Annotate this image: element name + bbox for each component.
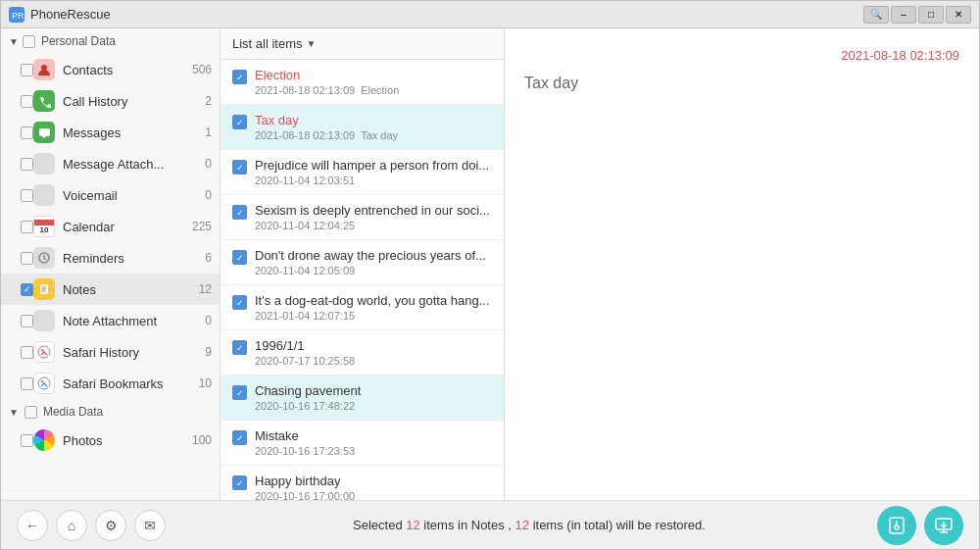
notes-label: Notes [63,282,195,297]
contacts-count: 506 [192,63,212,76]
app-title: PhoneRescue [30,7,863,22]
note-item-6[interactable]: It's a dog-eat-dog world, you gotta hang… [220,285,504,330]
note-9-title: Mistake [255,428,492,443]
status-prefix: Selected [353,518,406,532]
minimize-btn[interactable]: – [891,6,916,24]
back-button[interactable]: ← [17,510,48,541]
messages-icon [33,122,55,143]
note-6-checkbox[interactable] [232,295,247,310]
title-bar: PR PhoneRescue 🔍 – □ ✕ [1,1,979,28]
calendar-icon: 10 [33,216,55,237]
maximize-btn[interactable]: □ [918,6,944,24]
messages-checkbox[interactable] [21,126,33,139]
media-data-section[interactable]: ▼ Media Data [1,399,220,425]
settings-button[interactable]: ⚙ [95,510,126,541]
list-panel-header[interactable]: List all items ▼ [220,28,504,60]
calendar-count: 225 [192,220,212,233]
note-item-7[interactable]: 1996/1/1 2020-07-17 10:25:58 [220,330,504,375]
section-arrow: ▼ [9,36,19,47]
list-panel: List all items ▼ Election 2021-08-18 02:… [220,28,505,500]
sidebar-item-messageattach[interactable]: Message Attach... 0 [1,148,220,179]
sidebar-item-messages[interactable]: Messages 1 [1,117,220,148]
note-4-content: Sexism is deeply entrenched in our soci.… [255,203,492,231]
note-3-checkbox[interactable] [232,160,247,175]
bottom-bar: ← ⌂ ⚙ ✉ Selected 12 items in Notes , 12 … [1,500,979,549]
restore-to-computer-button[interactable] [924,506,963,545]
reminders-count: 6 [205,251,212,265]
sidebar-item-photos[interactable]: Photos 100 [1,425,220,456]
note-7-meta: 2020-07-17 10:25:58 [255,355,492,367]
photos-label: Photos [63,433,188,448]
note-5-checkbox[interactable] [232,250,247,265]
note-item-4[interactable]: Sexism is deeply entrenched in our soci.… [220,195,504,240]
sidebar-item-safarihistory[interactable]: Safari History 9 [1,336,220,368]
note-item-3[interactable]: Prejudice will hamper a person from doi.… [220,150,504,195]
safarihistory-checkbox[interactable] [21,346,33,359]
sidebar-item-safaribookmarks[interactable]: Safari Bookmarks 10 [1,368,220,399]
note-item-2[interactable]: Tax day 2021-08-18 02:13:09 Tax day [220,105,504,150]
mail-button[interactable]: ✉ [134,510,166,541]
restore-to-device-button[interactable] [877,506,916,545]
close-btn[interactable]: ✕ [946,6,971,24]
media-section-checkbox[interactable] [24,406,37,419]
calendar-checkbox[interactable] [21,221,33,233]
safaribookmarks-checkbox[interactable] [21,377,33,390]
photos-checkbox[interactable] [21,434,33,447]
status-count2: 12 [515,518,529,532]
note-4-title: Sexism is deeply entrenched in our soci.… [255,203,492,218]
window-controls: 🔍 – □ ✕ [863,6,971,24]
note-2-meta: 2021-08-18 02:13:09 Tax day [255,129,492,141]
msgattach-icon [33,153,55,175]
note-item-10[interactable]: Happy birthday 2020-10-16 17:00:00 [220,466,504,500]
note-10-checkbox[interactable] [232,475,247,490]
status-count1: 12 [406,518,419,532]
sidebar-item-callhistory[interactable]: Call History 2 [1,85,220,117]
note-2-title: Tax day [255,113,492,127]
note-6-title: It's a dog-eat-dog world, you gotta hang… [255,293,492,308]
note-9-content: Mistake 2020-10-16 17:23:53 [255,428,492,457]
sidebar-item-noteattach[interactable]: Note Attachment 0 [1,305,220,336]
contacts-label: Contacts [63,63,188,77]
note-7-checkbox[interactable] [232,340,247,355]
voicemail-label: Voicemail [63,188,201,203]
sidebar-item-notes[interactable]: Notes 12 [1,274,220,305]
media-section-label: Media Data [43,405,103,419]
callhistory-checkbox[interactable] [21,95,33,108]
note-item-5[interactable]: Don't drone away the precious years of..… [220,240,504,285]
note-8-checkbox[interactable] [232,385,247,400]
contacts-checkbox[interactable] [21,64,33,76]
sidebar-item-reminders[interactable]: Reminders 6 [1,242,220,274]
status-bar: Selected 12 items in Notes , 12 items (i… [181,518,877,532]
note-1-date: 2021-08-18 02:13:09 [255,84,355,96]
photos-icon [33,429,55,451]
search-btn[interactable]: 🔍 [863,6,889,24]
reminders-icon [33,247,55,269]
safaribookmarks-label: Safari Bookmarks [63,376,195,391]
note-4-checkbox[interactable] [232,205,247,220]
personal-section-checkbox[interactable] [23,35,35,48]
safarihistory-count: 9 [205,345,212,359]
note-1-content: Election 2021-08-18 02:13:09 Election [255,68,492,96]
msgattach-checkbox[interactable] [21,158,33,171]
home-button[interactable]: ⌂ [56,510,87,541]
callhistory-icon [33,90,55,112]
voicemail-checkbox[interactable] [21,189,33,202]
note-9-checkbox[interactable] [232,430,247,445]
status-mid: items in Notes , [420,518,515,532]
personal-data-section[interactable]: ▼ Personal Data [1,28,220,54]
noteattach-icon [33,310,55,331]
note-2-checkbox[interactable] [232,115,247,129]
notes-checkbox[interactable] [21,283,33,296]
noteattach-checkbox[interactable] [21,315,33,327]
note-1-checkbox[interactable] [232,70,247,84]
note-item-9[interactable]: Mistake 2020-10-16 17:23:53 [220,421,504,466]
sidebar-item-voicemail[interactable]: Voicemail 0 [1,179,220,211]
sidebar-item-contacts[interactable]: Contacts 506 [1,54,220,85]
list-dropdown-arrow: ▼ [307,38,317,49]
sidebar-item-calendar[interactable]: 10 Calendar 225 [1,211,220,242]
reminders-checkbox[interactable] [21,252,33,265]
nav-buttons: ← ⌂ ⚙ ✉ [17,510,166,541]
sidebar: ▼ Personal Data Contacts 506 Call Histo [1,28,220,500]
note-item-8[interactable]: Chasing pavement 2020-10-16 17:48:22 [220,375,504,421]
note-item-1[interactable]: Election 2021-08-18 02:13:09 Election [220,60,504,105]
